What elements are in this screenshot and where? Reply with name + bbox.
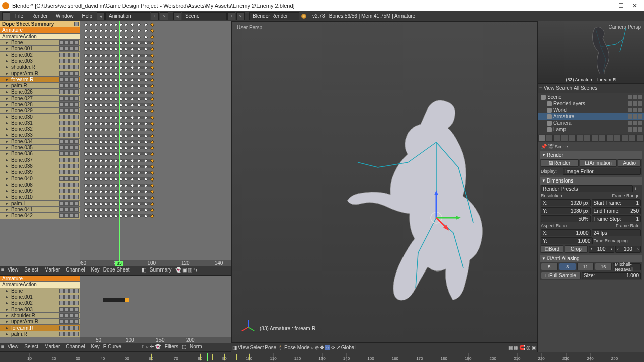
dope-keyframe-area[interactable]: 6080100120140 83 [80, 21, 231, 266]
manipulator-toggle-icon[interactable]: ✥ [320, 345, 324, 350]
scale-gizmo-icon[interactable]: ⤢ [336, 345, 340, 350]
layout-prev-icon[interactable]: ◂ [97, 12, 105, 20]
layout-del-icon[interactable]: × [160, 12, 168, 20]
channel-row[interactable]: ▸Bone.035 [0, 145, 80, 151]
channel-row[interactable]: ▸Bone.036 [0, 151, 80, 157]
channel-row[interactable]: ▸Bone.002 [0, 52, 80, 58]
handle-icon[interactable]: ○ [146, 344, 149, 351]
norm-icon[interactable]: ⎍ [142, 344, 145, 351]
minimize-button[interactable]: — [600, 1, 614, 10]
graph-filters[interactable]: Filters [162, 344, 181, 351]
channel-row[interactable]: ▸upperArm.R [0, 70, 80, 76]
channel-row[interactable]: ▸Bone.038 [0, 163, 80, 169]
dope-channel-list[interactable]: Dope Sheet SummaryArmatureArmatureAction… [0, 21, 80, 266]
channel-row[interactable]: ▸Bone [0, 40, 80, 46]
graph-menu-view[interactable]: View [5, 344, 21, 351]
outliner-tree[interactable]: SceneRenderLayersWorldArmatureCameraLamp [538, 93, 644, 134]
dope-menu-marker[interactable]: Marker [42, 267, 62, 275]
aa-samples-button[interactable]: 8 [559, 263, 576, 270]
channel-row[interactable]: ▸Bone.032 [0, 126, 80, 132]
res-pct-field[interactable]: 50% [541, 215, 591, 222]
maximize-button[interactable]: ☐ [614, 1, 628, 10]
snap-icon[interactable]: 🧲 [519, 345, 525, 350]
dope-menu-select[interactable]: Select [22, 267, 41, 275]
dope-time-ruler[interactable]: 6080100120140 [80, 260, 231, 266]
channel-row[interactable]: ArmatureAction [0, 34, 80, 40]
channel-row[interactable]: ArmatureAction [0, 282, 80, 288]
bone-tab-icon[interactable] [599, 135, 606, 142]
channel-row[interactable]: ▸palm.L [0, 201, 80, 207]
aa-samples-button[interactable]: 16 [595, 263, 612, 270]
channel-row[interactable]: ▸Bone.033 [0, 132, 80, 138]
editor-type-icon[interactable]: ◨ [232, 345, 237, 350]
channel-row[interactable]: ▸shoulder.R [0, 64, 80, 70]
graph-curve-area[interactable]: 8350100150200 [80, 276, 231, 343]
render-tab-icon[interactable] [538, 135, 545, 142]
dope-summary-toggle[interactable]: Summary [147, 267, 174, 275]
graph-channel-list[interactable]: ArmatureArmatureAction▸Bone▸Bone.001▸Bon… [0, 276, 80, 343]
texture-tab-icon[interactable] [621, 135, 628, 142]
dope-menu-key[interactable]: Key [89, 267, 102, 275]
material-tab-icon[interactable] [614, 135, 621, 142]
render-panel-header[interactable]: Render [540, 151, 642, 159]
channel-row[interactable]: ▸Bone.039 [0, 169, 80, 175]
render-layers-tab-icon[interactable] [546, 135, 553, 142]
remap-new-field[interactable]: ‹100› [615, 246, 641, 253]
render-presets-dropdown[interactable]: Render Presets [541, 185, 633, 192]
filter-sel-icon[interactable]: ▣ [182, 267, 187, 275]
pin-icon[interactable]: 📌 [541, 144, 547, 149]
ghost-icon[interactable]: 👻 [155, 344, 161, 351]
channel-row[interactable]: ▸Bone.034 [0, 139, 80, 145]
aa-samples-button[interactable]: 11 [577, 263, 594, 270]
channel-row[interactable]: ▸Bone.003 [0, 58, 80, 64]
end-frame-field[interactable]: End Frame:250 [592, 207, 641, 214]
channel-row[interactable]: ▸forearm.R [0, 325, 80, 331]
render-engine-dropdown[interactable]: Blender Render [249, 12, 299, 20]
menu-window[interactable]: Window [52, 12, 78, 20]
editor-type-icon[interactable]: ≡ [1, 267, 4, 275]
pivot-icon[interactable]: ⊕ [315, 345, 319, 350]
object-tab-icon[interactable] [569, 135, 576, 142]
screen-layout-dropdown[interactable]: Animation [105, 12, 150, 20]
render-border-icon[interactable]: ▣ [532, 345, 536, 350]
fps-dropdown[interactable]: 24 fps [592, 229, 641, 236]
res-y-field[interactable]: Y:1080 px [541, 207, 591, 214]
editor-type-icon[interactable]: ≡ [539, 85, 542, 91]
channel-row[interactable]: ▸upperArm.R [0, 319, 80, 325]
channel-row[interactable]: ▸Bone.029 [0, 108, 80, 114]
property-tabs[interactable] [538, 134, 644, 142]
channel-row[interactable]: Armature [0, 276, 80, 282]
camera-preview-viewport[interactable]: Camera Persp (83) Armature : foream-R [538, 21, 644, 84]
aa-size-field[interactable]: Size:1.000 [582, 272, 641, 279]
graph-menu-key[interactable]: Key [89, 344, 102, 351]
outliner-item[interactable]: World [538, 107, 644, 113]
filter-arrow-icon[interactable]: ⇆ [193, 267, 197, 275]
channel-row[interactable]: ▸Bone [0, 288, 80, 294]
viewport-3d[interactable]: User Persp [231, 21, 537, 343]
channel-row[interactable]: ▸Bone.042 [0, 213, 80, 219]
timeline-editor[interactable]: 1020304050607080901001101201301401501601… [0, 352, 644, 362]
modifier-tab-icon[interactable] [584, 135, 591, 142]
outliner-item[interactable]: Armature [538, 113, 644, 120]
orientation-dropdown[interactable]: Global [341, 345, 369, 350]
preset-add-icon[interactable]: + [634, 186, 637, 192]
aspect-x-field[interactable]: X:1.000 [541, 229, 591, 236]
graph-menu-select[interactable]: Select [22, 344, 41, 351]
proportional-icon[interactable]: ◎ [526, 345, 531, 350]
start-frame-field[interactable]: Start Frame:1 [592, 199, 641, 206]
scene-dropdown[interactable]: Scene [182, 12, 227, 20]
channel-row[interactable]: ▸shoulder.R [0, 313, 80, 319]
channel-row[interactable]: ▸Bone.031 [0, 120, 80, 126]
norm-toggle[interactable]: ▢ [182, 344, 186, 351]
aa-samples-button[interactable]: 5 [541, 263, 558, 270]
full-sample-toggle[interactable]: ☐ Full Sample [541, 272, 581, 279]
channel-row[interactable]: ▸Bone.001 [0, 46, 80, 52]
bone-constraint-tab-icon[interactable] [606, 135, 613, 142]
pose-mode-icon[interactable]: 🕴 [277, 345, 283, 350]
close-button[interactable]: ✕ [628, 1, 642, 10]
channel-row[interactable]: Dope Sheet Summary [0, 21, 80, 27]
menu-file[interactable]: File [11, 12, 27, 20]
summary-toggle-icon[interactable]: ◧ [142, 267, 146, 275]
outliner-menu-search[interactable]: Search [556, 85, 572, 91]
outliner-scope-dropdown[interactable]: All Scenes [574, 85, 608, 91]
